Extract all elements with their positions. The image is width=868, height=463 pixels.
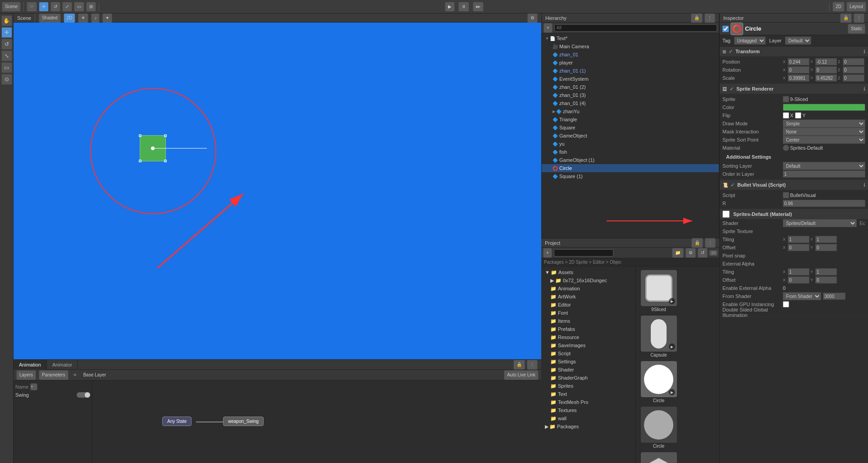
project-item-script[interactable]: 📁 Script [541,349,635,358]
rect-tool-btn[interactable]: ▭ [74,2,84,12]
asset-9sliced[interactable]: ▶ 9Sliced [640,270,678,312]
inspector-lock-btn[interactable]: 🔒 [840,14,852,23]
project-item-text[interactable]: 📁 Text [541,390,635,398]
layout-btn[interactable]: Layout [846,2,866,12]
flip-y-checkbox[interactable] [795,112,801,119]
asset-play-btn-9sliced[interactable]: ▶ [669,298,675,304]
sprite-sort-point-select[interactable]: Center [783,136,865,144]
mask-interaction-select[interactable]: None [783,128,865,136]
step-btn[interactable]: ⏭ [473,2,484,12]
anim-more-btn[interactable]: ⋮ [527,360,538,370]
hier-item-text[interactable]: ▼ 📄 Text* [542,34,719,42]
rotate-tool-btn[interactable]: ↺ [50,2,60,12]
go-handle-tr[interactable] [164,134,167,137]
scene-shaded-btn[interactable]: Shaded [39,14,60,23]
color-swatch[interactable] [783,104,865,111]
project-item-items[interactable]: 📁 Items [541,317,635,325]
project-item-wall[interactable]: 📁 wall [541,414,635,422]
mat-off-x1-input[interactable] [788,244,809,251]
project-item-prefabs[interactable]: 📁 Prefabs [541,325,635,333]
project-item-assets[interactable]: ▼ 📁 Assets [541,268,635,276]
gpu-instancing-checkbox[interactable] [783,301,789,307]
animation-tab[interactable]: Animation [14,360,47,370]
asset-circle-light[interactable]: ▶ Circle [640,361,678,403]
mat-tile-y2-input[interactable] [815,268,837,275]
project-add-btn[interactable]: + [543,248,552,258]
render-queue-val-input[interactable] [823,293,845,300]
pos-z-input[interactable] [843,58,864,65]
anim-node-any-state[interactable]: Any State [162,417,192,426]
project-more-btn[interactable]: ⋮ [705,238,716,248]
anim-lock-btn[interactable]: 🔒 [513,360,525,370]
project-item-dungec[interactable]: ▶ 📁 0x72_16x16Dungec [541,276,635,284]
go-handle-br[interactable] [164,160,167,162]
project-lock-btn[interactable]: 🔒 [691,238,703,248]
hier-item-triangle[interactable]: 🔷 Triangle [542,115,719,124]
asset-hexagon-flat[interactable]: ▶ HexagonFl... [640,452,678,463]
hier-item-gameobject[interactable]: 🔷 GameObject [542,132,719,140]
anim-layers-btn[interactable]: Layers [16,370,36,380]
scene-settings-btn[interactable]: ⚙ [527,14,538,23]
mat-tile-y1-input[interactable] [815,236,837,243]
project-refresh-btn[interactable]: ↺ [698,248,708,258]
hier-item-zhanyu[interactable]: ▶ 🔷 zhanYu [542,107,719,115]
rect-tool[interactable]: ▭ [1,62,12,73]
transform-tool-btn[interactable]: ⊞ [86,2,96,12]
asset-play-btn-capsule[interactable]: ▶ [669,344,675,350]
inspector-more-btn[interactable]: ⋮ [854,14,864,23]
scale-y-input[interactable] [815,74,837,82]
scene-view[interactable] [14,23,541,359]
go-handle-tl[interactable] [139,134,142,137]
hierarchy-search[interactable] [554,24,717,32]
pause-btn[interactable]: ⏸ [458,2,469,12]
scale-tool[interactable]: ⤡ [1,50,12,61]
additional-settings-header[interactable]: Additional Settings [720,152,868,162]
project-item-textmesh[interactable]: 📁 TextMesh Pro [541,398,635,406]
asset-circle-dark[interactable]: Circle [640,407,678,449]
tag-select[interactable]: Untagged [734,37,766,45]
project-item-animation[interactable]: 📁 Animation [541,284,635,293]
scene-tab-btn[interactable]: Scene [2,2,21,12]
hier-item-zhan01-4[interactable]: 🔷 zhan_01 (4) [542,99,719,107]
hierarchy-lock-btn[interactable]: 🔒 [691,14,703,23]
sprite-renderer-header[interactable]: 🖼 ✓ Sprite Renderer ℹ [720,84,868,94]
hand-tool[interactable]: ✋ [1,15,12,26]
hier-item-go1[interactable]: 🔷 GameObject (1) [542,156,719,164]
project-folder-btn[interactable]: 📁 [672,248,684,258]
draw-mode-select[interactable]: Simple [783,119,865,128]
mat-off-y1-input[interactable] [815,244,837,251]
r-input[interactable] [783,200,865,207]
project-item-packages[interactable]: ▶ 📁 Packages [541,422,635,431]
move-tool-btn[interactable]: ✛ [39,2,49,12]
scale-z-input[interactable] [843,74,864,82]
asset-capsule[interactable]: ▶ Capsule [640,316,678,358]
project-item-shadergraph[interactable]: 📁 ShaderGraph [541,374,635,382]
rot-z-input[interactable] [843,66,864,73]
custom-tool[interactable]: ⊙ [1,74,12,85]
rotate-tool[interactable]: ↺ [1,39,12,50]
hier-item-fish[interactable]: 🔷 fish [542,148,719,156]
hierarchy-more-btn[interactable]: ⋮ [704,14,715,23]
project-item-textures[interactable]: 📁 Textures [541,406,635,414]
hierarchy-add-btn[interactable]: + [544,23,553,33]
go-handle-bl[interactable] [139,160,142,162]
play-btn[interactable]: ▶ [445,2,455,12]
project-filter-btn[interactable]: ⚙ [685,248,696,258]
project-item-font[interactable]: 📁 Font [541,309,635,317]
shader-select[interactable]: Sprites/Default [783,219,857,227]
hier-item-square1[interactable]: 🔷 Square (1) [542,172,719,180]
material-component-header[interactable]: Sprites-Default (Material) [720,209,868,219]
scale-tool-btn[interactable]: ⤢ [62,2,72,12]
project-item-resource[interactable]: 📁 Resource [541,333,635,341]
project-search[interactable] [554,249,613,257]
hier-item-zhan01-1[interactable]: 🔷 zhan_01 (1) [542,67,719,75]
project-item-shader[interactable]: 📁 Shader [541,366,635,374]
scene-2d-btn[interactable]: 2D [64,14,76,23]
mat-off-y2-input[interactable] [815,276,837,284]
hier-item-zhan01-3[interactable]: 🔷 zhan_01 (3) [542,91,719,99]
flip-x-checkbox[interactable] [783,112,789,119]
sorting-layer-select[interactable]: Default [783,162,865,170]
mode-2d-btn[interactable]: 2D [832,2,845,12]
object-active-checkbox[interactable] [722,26,729,32]
mat-tile-x1-input[interactable] [788,236,809,243]
